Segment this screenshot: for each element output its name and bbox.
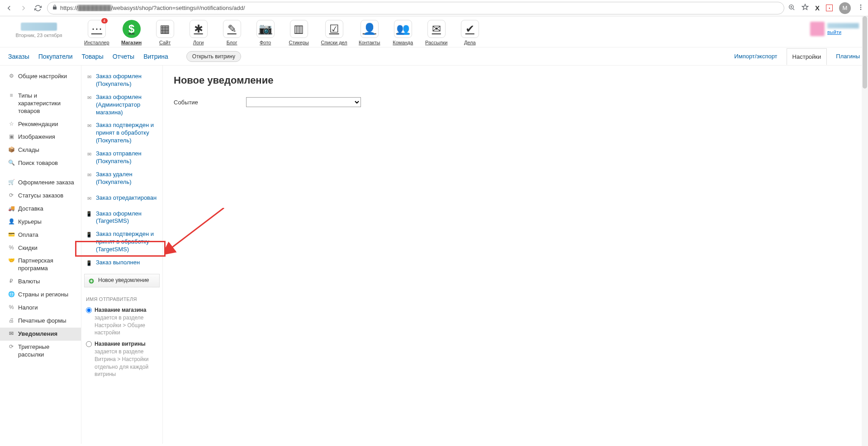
settings-item[interactable]: 🖨Печатные формы [0,315,81,328]
notification-item-icon: ✉ [86,74,92,80]
event-label: Событие [174,99,237,106]
settings-item[interactable]: ⟳Статусы заказов [0,189,81,202]
settings-item-label: Налоги [18,304,38,312]
settings-item[interactable]: %Налоги [0,301,81,315]
settings-item-icon: 🤝 [8,257,14,263]
settings-item-label: Партнерская программа [18,257,76,272]
settings-item-icon: ☆ [8,121,14,127]
app-badge: 4 [101,18,108,23]
open-storefront-button[interactable]: Открыть витрину [186,51,241,62]
notification-item[interactable]: 📱Заказ подтвержден и принят в обработку … [81,228,162,256]
app-icon-photos: 📷 [256,20,275,38]
star-icon[interactable] [802,4,809,12]
app-icon-contacts: 👤 [360,20,379,38]
extension-mcafee-icon[interactable]: ▪ [826,5,833,11]
webasyst-logo-block[interactable]: Вторник, 23 октября [7,20,71,41]
settings-item[interactable]: 👤Курьеры [0,216,81,229]
shopnav-tab[interactable]: Плагины [836,53,860,60]
app-blog[interactable]: ✎Блог [221,20,243,45]
notification-item[interactable]: ✉Заказ подтвержден и принят в обработку … [81,119,162,147]
event-select[interactable] [246,97,361,107]
svg-line-5 [171,208,224,249]
reload-button[interactable] [33,3,43,14]
settings-item[interactable]: 💳Оплата [0,229,81,242]
settings-item[interactable]: ₽Валюты [0,275,81,288]
notification-item-icon: ✉ [86,94,92,101]
svg-point-3 [860,9,862,10]
notification-item[interactable]: ✉Заказ оформлен (Покупатель) [81,70,162,91]
notification-item[interactable]: 📱Заказ выполнен [81,256,162,269]
notification-item[interactable]: ✉Заказ удален (Покупатель) [81,168,162,189]
settings-item[interactable]: 🤝Партнерская программа [0,254,81,275]
scrollbar-thumb[interactable] [863,16,867,89]
app-site[interactable]: ▦Сайт [154,20,176,45]
app-contacts[interactable]: 👤Контакты [358,20,381,45]
scrollbar[interactable] [862,16,868,444]
zoom-icon[interactable] [788,4,795,12]
app-label: Инсталлер [84,40,109,45]
shopnav-link[interactable]: Товары [82,53,104,60]
svg-point-2 [860,7,862,8]
notification-item-label: Заказ выполнен [96,259,140,267]
sender-option-shopname[interactable]: Название магазина задается в разделе Нас… [81,305,162,338]
app-checklists[interactable]: ☑Списки дел [321,20,347,45]
notification-item[interactable]: ✉Заказ отправлен (Покупатель) [81,147,162,168]
settings-item[interactable]: 🌐Страны и регионы [0,288,81,301]
new-notification-button[interactable]: Новое уведомление [84,274,160,287]
profile-avatar[interactable]: M [839,2,851,14]
settings-item[interactable]: 🚚Доставка [0,202,81,216]
user-avatar [810,22,825,36]
app-icon-stickies: ▥ [290,20,308,38]
app-logs[interactable]: ✱Логи [187,20,210,45]
settings-item-icon: ⟳ [8,343,14,350]
shopnav-link[interactable]: Отчеты [113,53,134,60]
app-icon-mailer: ✉ [427,20,446,38]
sender-radio[interactable] [86,341,92,347]
settings-item-icon: 💳 [8,231,14,238]
shopnav-link[interactable]: Витрина [143,53,168,60]
settings-item[interactable]: %Скидки [0,242,81,255]
app-photos[interactable]: 📷Фото [254,20,277,45]
app-shop[interactable]: $Магазин [120,20,143,45]
app-tasks[interactable]: ✔Дела [459,20,481,45]
settings-item[interactable]: ⟳Триггерные рассылки [0,341,81,361]
sender-radio[interactable] [86,307,92,313]
logout-link[interactable]: выйти [827,29,859,35]
notification-item[interactable]: ✉Заказ отредактирован [81,192,162,205]
settings-item-icon: ⟳ [8,192,14,198]
shopnav-link[interactable]: Покупатели [38,53,73,60]
shopnav-link[interactable]: Заказы [8,53,29,60]
settings-item[interactable]: ☆Рекомендации [0,118,81,131]
notification-item-label: Заказ оформлен (Покупатель) [96,73,158,88]
settings-item-label: Оформление заказа [18,179,74,187]
sender-radio-label: Название магазина задается в разделе Нас… [95,306,158,337]
settings-item-icon: 🌐 [8,291,14,297]
app-icon-blog: ✎ [223,20,241,38]
app-team[interactable]: 👥Команда [392,20,414,45]
shopnav-tab[interactable]: Настройки [787,48,827,65]
settings-item-icon: ✉ [8,330,14,337]
settings-item-label: Валюты [18,278,40,286]
app-installer[interactable]: ⋯4Инсталлер [84,20,109,45]
notification-item-icon: 📱 [86,211,92,217]
app-stickies[interactable]: ▥Стикеры [288,20,310,45]
app-mailer[interactable]: ✉Рассылки [425,20,448,45]
notification-item-label: Заказ удален (Покупатель) [96,171,158,186]
settings-item[interactable]: ⚙Общие настройки [0,70,81,83]
sender-option-storefront[interactable]: Название витрины задается в разделе Витр… [81,338,162,380]
shopnav-tab[interactable]: Импорт/экспорт [734,53,777,60]
settings-item-icon: 🚚 [8,205,14,211]
menu-icon[interactable] [857,4,864,12]
settings-item[interactable]: ✉Уведомления [0,328,81,341]
settings-item[interactable]: 📦Склады [0,144,81,157]
settings-item[interactable]: 🔍Поиск товаров [0,157,81,170]
address-bar[interactable]: https://████████/webasyst/shop/?action=s… [47,2,784,14]
settings-item[interactable]: 🛒Оформление заказа [0,176,81,189]
settings-item[interactable]: ≡Типы и характеристики товаров [0,89,81,118]
extension-x-icon[interactable]: X [815,4,820,12]
notification-item[interactable]: 📱Заказ оформлен (TargetSMS) [81,207,162,228]
back-button[interactable] [4,3,14,14]
settings-item[interactable]: ▣Изображения [0,131,81,144]
notification-item[interactable]: ✉Заказ оформлен (Администратор магазина) [81,91,162,119]
forward-button[interactable] [18,3,29,14]
